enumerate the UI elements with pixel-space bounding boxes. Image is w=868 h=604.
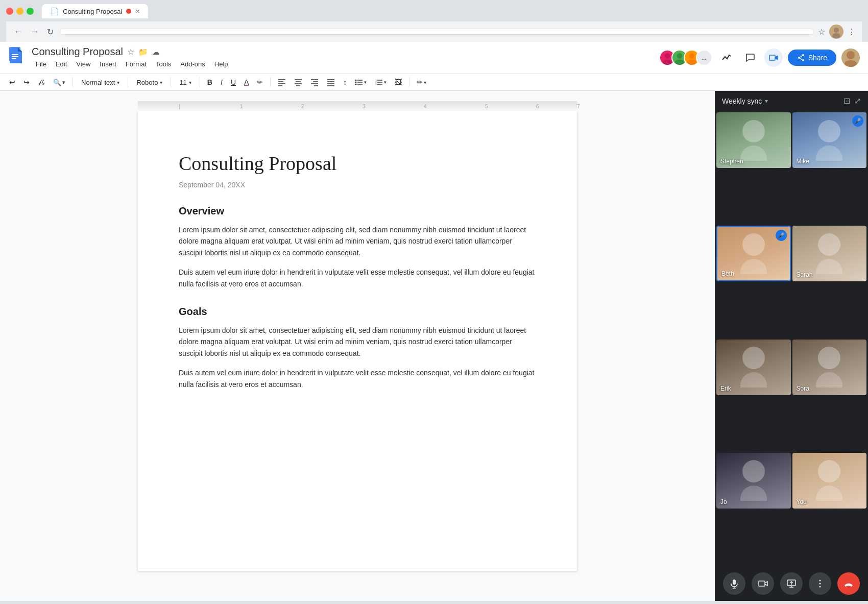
document-area[interactable]: | 1 2 3 4 5 6 7 Consulting Proposal Sept… xyxy=(0,91,715,601)
address-bar[interactable] xyxy=(60,29,814,35)
end-call-button[interactable] xyxy=(837,572,860,595)
camera-button[interactable] xyxy=(752,572,774,595)
bookmark-icon[interactable]: ☆ xyxy=(818,27,825,37)
chat-icon-button[interactable] xyxy=(741,49,759,67)
menu-format[interactable]: Format xyxy=(122,59,151,69)
close-window-button[interactable] xyxy=(6,8,13,15)
meet-external-icon[interactable]: ⤢ xyxy=(854,96,861,106)
ruler: | 1 2 3 4 5 6 7 xyxy=(138,101,577,111)
font-dropdown-icon: ▾ xyxy=(160,80,162,85)
redo-button[interactable]: ↪ xyxy=(20,76,33,88)
print-button[interactable]: 🖨 xyxy=(35,76,48,88)
share-button[interactable]: Share xyxy=(788,50,836,66)
justify-button[interactable] xyxy=(324,76,338,88)
video-tile-sarah[interactable]: Sarah xyxy=(792,226,867,281)
collab-more-indicator: ... xyxy=(696,50,712,66)
doc-goals-para-1: Lorem ipsum dolor sit amet, consectetuer… xyxy=(179,325,536,359)
tab-doc-icon: 📄 xyxy=(50,7,59,15)
svg-point-15 xyxy=(689,53,694,59)
menu-file[interactable]: File xyxy=(32,59,51,69)
more-options-button[interactable] xyxy=(809,572,831,595)
svg-line-21 xyxy=(800,56,802,57)
cloud-icon: ☁ xyxy=(152,47,160,57)
reload-button[interactable]: ↻ xyxy=(45,25,56,39)
bullets-button[interactable]: ▾ xyxy=(352,76,370,88)
align-right-button[interactable] xyxy=(307,76,322,88)
meet-sidebar-icon[interactable]: ⊡ xyxy=(843,96,850,106)
browser-menu-icon[interactable]: ⋮ xyxy=(848,27,856,37)
doc-title[interactable]: Consulting Proposal xyxy=(32,46,123,58)
video-tile-sora[interactable]: Sora xyxy=(792,340,867,395)
menu-edit[interactable]: Edit xyxy=(52,59,71,69)
svg-rect-8 xyxy=(12,54,18,55)
menu-addons[interactable]: Add-ons xyxy=(176,59,209,69)
video-tile-mike[interactable]: 🎤 Mike xyxy=(792,112,867,168)
app-header: Consulting Proposal ☆ 📁 ☁ File Edit View… xyxy=(0,42,868,74)
align-left-button[interactable] xyxy=(275,76,289,88)
tab-bar: 📄 Consulting Proposal ✕ xyxy=(42,4,148,18)
video-tile-stephen[interactable]: Stephen xyxy=(716,112,791,168)
toolbar: ↩ ↪ 🖨 🔍 ▾ Normal text ▾ Roboto ▾ 11 ▾ B … xyxy=(0,74,868,91)
doc-section-overview-heading: Overview xyxy=(179,205,536,217)
video-grid: Stephen 🎤 Mike 🎤 xyxy=(715,111,868,566)
editing-mode-button[interactable]: ✏ ▾ xyxy=(414,76,429,88)
svg-point-1 xyxy=(832,33,840,38)
browser-top-bar: 📄 Consulting Proposal ✕ xyxy=(6,4,862,18)
back-button[interactable]: ← xyxy=(12,25,25,38)
svg-rect-53 xyxy=(733,579,736,585)
present-button[interactable] xyxy=(780,572,803,595)
size-dropdown-icon: ▾ xyxy=(189,80,191,85)
doc-goals-para-2: Duis autem vel eum iriure dolor in hendr… xyxy=(179,367,536,390)
svg-point-62 xyxy=(819,583,821,585)
insert-image-button[interactable]: 🖼 xyxy=(392,76,405,88)
highlight-button[interactable]: ✏ xyxy=(254,76,266,88)
menu-help[interactable]: Help xyxy=(210,59,232,69)
svg-point-14 xyxy=(675,60,684,65)
browser-user-avatar[interactable] xyxy=(829,25,843,39)
underline-button[interactable]: U xyxy=(228,76,239,88)
svg-point-43 xyxy=(355,82,357,83)
zoom-button[interactable]: 🔍 ▾ xyxy=(50,77,68,88)
italic-button[interactable]: I xyxy=(218,76,226,88)
toolbar-divider-2 xyxy=(128,77,128,87)
toolbar-divider-3 xyxy=(171,77,171,87)
meet-chevron-icon[interactable]: ▾ xyxy=(765,98,768,105)
meet-icon-button[interactable] xyxy=(764,49,783,67)
tab-recording-indicator xyxy=(126,9,131,14)
video-tile-you[interactable]: You xyxy=(792,453,867,509)
browser-tab[interactable]: 📄 Consulting Proposal ✕ xyxy=(42,4,148,18)
svg-point-41 xyxy=(355,80,357,81)
menu-insert[interactable]: Insert xyxy=(95,59,120,69)
numbered-list-button[interactable]: 1.2.3. ▾ xyxy=(372,76,390,88)
forward-button[interactable]: → xyxy=(29,25,41,38)
size-selector[interactable]: 11 ▾ xyxy=(175,77,195,88)
svg-point-20 xyxy=(802,59,804,61)
svg-point-63 xyxy=(819,586,821,588)
doc-page[interactable]: Consulting Proposal September 04, 20XX O… xyxy=(138,111,577,571)
user-avatar[interactable] xyxy=(841,49,860,67)
star-icon[interactable]: ☆ xyxy=(127,47,134,57)
folder-icon[interactable]: 📁 xyxy=(138,47,148,57)
svg-point-61 xyxy=(819,580,821,582)
tab-close-button[interactable]: ✕ xyxy=(135,8,140,15)
svg-line-22 xyxy=(800,58,802,60)
minimize-window-button[interactable] xyxy=(16,8,23,15)
meet-controls xyxy=(715,566,868,601)
font-selector[interactable]: Roboto ▾ xyxy=(132,77,166,88)
svg-rect-17 xyxy=(769,55,775,60)
microphone-button[interactable] xyxy=(723,572,745,595)
align-center-button[interactable] xyxy=(291,76,305,88)
undo-button[interactable]: ↩ xyxy=(6,76,18,88)
menu-tools[interactable]: Tools xyxy=(152,59,175,69)
video-tile-beth[interactable]: 🎤 Beth xyxy=(716,226,791,281)
video-tile-erik[interactable]: Erik xyxy=(716,340,791,395)
line-spacing-button[interactable]: ↕ xyxy=(340,76,350,88)
maximize-window-button[interactable] xyxy=(27,8,34,15)
font-color-button[interactable]: A xyxy=(241,76,252,88)
menu-view[interactable]: View xyxy=(72,59,94,69)
video-tile-jo[interactable]: Jo xyxy=(716,453,791,509)
activity-icon-button[interactable] xyxy=(717,49,736,67)
doc-section-goals-heading: Goals xyxy=(179,306,536,318)
bold-button[interactable]: B xyxy=(204,76,215,88)
style-selector[interactable]: Normal text ▾ xyxy=(77,77,124,88)
